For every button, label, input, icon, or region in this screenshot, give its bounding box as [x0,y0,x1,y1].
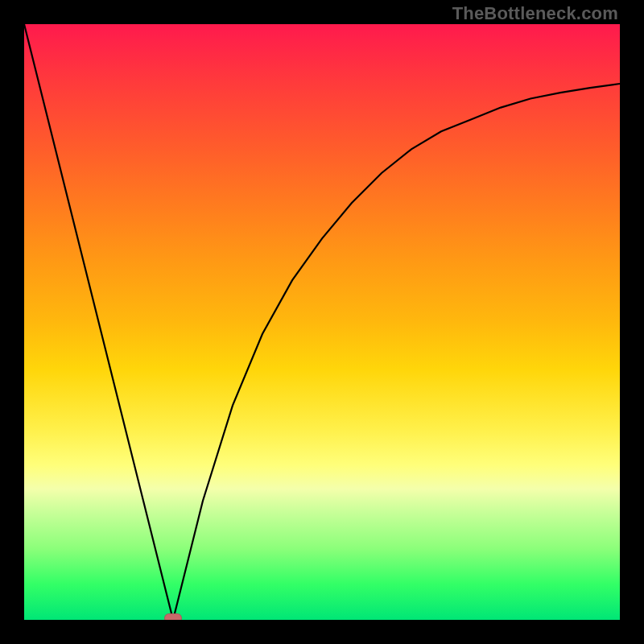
frame-border-left [0,0,24,644]
frame-border-right [620,0,644,644]
watermark-text: TheBottleneck.com [452,3,618,24]
bottleneck-curve [24,24,620,620]
curve-svg [24,24,620,620]
plot-area [24,24,620,620]
frame-border-bottom [0,620,644,644]
chart-frame: TheBottleneck.com [0,0,644,644]
